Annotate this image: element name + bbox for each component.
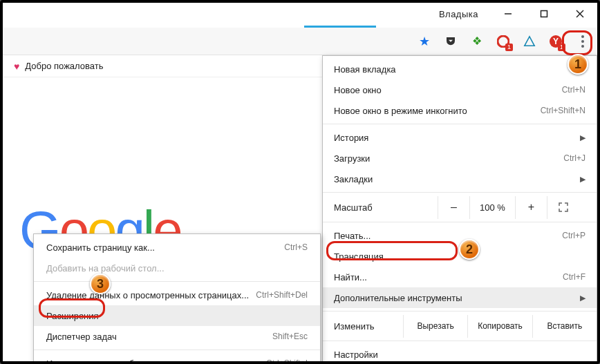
menu-incognito[interactable]: Новое окно в режиме инкогнитоCtrl+Shift+…	[323, 100, 597, 121]
fullscreen-button[interactable]	[547, 196, 579, 219]
paste-button[interactable]: Вставить	[532, 315, 597, 338]
menu-print[interactable]: Печать...Ctrl+P	[323, 225, 597, 246]
main-menu: Новая вкладка Новое окноCtrl+N Новое окн…	[322, 55, 597, 364]
menu-separator	[323, 192, 597, 193]
menu-separator	[323, 124, 597, 124]
zoom-label: Масштаб	[334, 202, 438, 213]
window-titlebar: Владыка	[3, 3, 597, 25]
opera-extension-icon[interactable]: 1	[496, 35, 510, 48]
extension-badge: 1	[505, 44, 513, 51]
profile-name[interactable]: Владыка	[439, 9, 478, 19]
close-button[interactable]	[567, 5, 593, 23]
zoom-value: 100 %	[469, 196, 515, 219]
triangle-extension-icon[interactable]	[523, 35, 536, 48]
evernote-extension-icon[interactable]: ❖	[470, 35, 484, 48]
menu-separator	[34, 349, 320, 350]
menu-find[interactable]: Найти...Ctrl+F	[323, 267, 597, 287]
menu-separator	[323, 311, 597, 312]
menu-history[interactable]: История▶	[323, 127, 597, 148]
menu-downloads[interactable]: ЗагрузкиCtrl+J	[323, 148, 597, 169]
extension-badge: 1	[558, 44, 565, 51]
menu-settings[interactable]: Настройки	[323, 344, 597, 364]
bookmark-item[interactable]: Добро пожаловать	[25, 61, 103, 71]
pocket-extension-icon[interactable]	[444, 35, 458, 48]
menu-more-tools[interactable]: Дополнительные инструменты▶	[323, 287, 597, 308]
menu-new-window[interactable]: Новое окноCtrl+N	[323, 79, 597, 100]
more-tools-submenu: Сохранить страницу как...Ctrl+S Добавить…	[33, 233, 321, 364]
menu-separator	[323, 222, 597, 222]
submenu-save-page-as[interactable]: Сохранить страницу как...Ctrl+S	[34, 237, 320, 258]
menu-bookmarks[interactable]: Закладки▶	[323, 169, 597, 189]
copy-button[interactable]: Копировать	[467, 315, 532, 338]
menu-new-tab[interactable]: Новая вкладка	[323, 59, 597, 79]
submenu-developer-tools[interactable]: Инструменты разработчикаCtrl+Shift+I	[34, 353, 320, 364]
zoom-out-button[interactable]: –	[438, 196, 469, 219]
svg-rect-1	[541, 11, 547, 17]
menu-cast[interactable]: Трансляция...	[323, 246, 597, 267]
menu-zoom-row: Масштаб – 100 % +	[323, 195, 597, 219]
yandex-extension-icon[interactable]: Y 1	[549, 35, 563, 48]
submenu-clear-browsing-data[interactable]: Удаление данных о просмотренных страница…	[34, 285, 320, 305]
submenu-extensions[interactable]: Расширения	[34, 305, 320, 326]
submenu-task-manager[interactable]: Диспетчер задачShift+Esc	[34, 326, 320, 347]
edit-label: Изменить	[334, 321, 403, 332]
cut-button[interactable]: Вырезать	[403, 315, 467, 338]
menu-separator	[323, 341, 597, 341]
zoom-in-button[interactable]: +	[515, 196, 547, 219]
minimize-button[interactable]	[495, 5, 521, 23]
menu-edit-row: Изменить Вырезать Копировать Вставить	[323, 314, 597, 338]
bookmark-favicon-icon: ♥	[14, 61, 19, 72]
menu-button[interactable]	[575, 32, 590, 50]
maximize-button[interactable]	[531, 5, 557, 23]
submenu-add-to-desktop: Добавить на рабочий стол...	[34, 258, 320, 278]
browser-toolbar: ★ ❖ 1 Y 1	[3, 28, 597, 55]
bookmark-star-icon[interactable]: ★	[418, 35, 431, 48]
menu-separator	[34, 281, 320, 282]
